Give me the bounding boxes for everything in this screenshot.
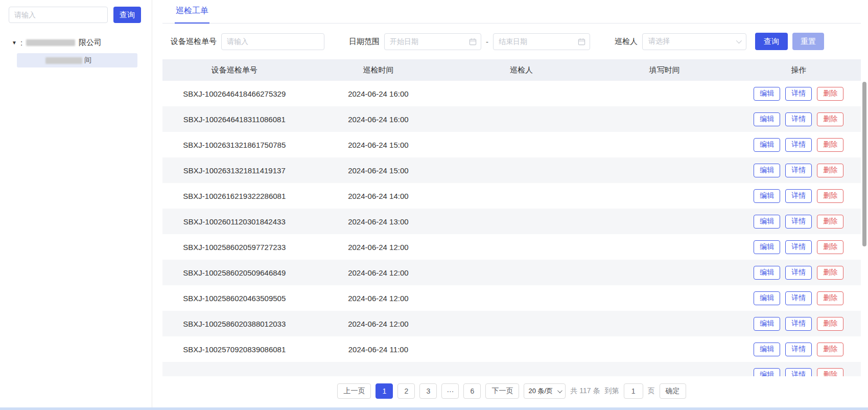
tree-child-node-selected[interactable]: 间 — [17, 53, 137, 67]
page-button-6[interactable]: 6 — [463, 383, 481, 399]
filter-search-button[interactable]: 查询 — [755, 33, 788, 50]
cell-inspect-time: 2024-06-24 14:00 — [307, 192, 451, 200]
delete-button[interactable]: 删除 — [817, 189, 843, 203]
table-row: SBXJ-10026464184662753292024-06-24 16:00… — [162, 81, 861, 106]
chevron-down-icon — [557, 388, 562, 393]
detail-button[interactable]: 详情 — [785, 164, 812, 177]
cell-order-no: SBXJ-1002586020463509505 — [162, 294, 307, 303]
vertical-scrollbar-thumb[interactable] — [862, 82, 866, 246]
edit-button[interactable]: 编辑 — [754, 138, 780, 152]
cell-order-no: SBXJ-1002646418466275329 — [162, 89, 307, 98]
cell-inspect-time: 2024-06-24 16:00 — [307, 115, 451, 124]
delete-button[interactable]: 删除 — [817, 291, 843, 305]
goto-page-input[interactable] — [624, 383, 643, 399]
detail-button[interactable]: 详情 — [785, 291, 812, 305]
main-content: 巡检工单 设备巡检单号 日期范围 - — [152, 0, 868, 410]
page-more-button[interactable]: ··· — [441, 383, 459, 399]
redacted-company-name — [26, 39, 75, 46]
delete-button[interactable]: 删除 — [817, 138, 843, 152]
bottom-accent-bar — [0, 407, 868, 410]
delete-button[interactable]: 删除 — [817, 266, 843, 280]
delete-button[interactable]: 删除 — [817, 87, 843, 101]
cell-inspect-time: 2024-06-24 11:00 — [307, 345, 451, 354]
detail-button[interactable]: 详情 — [785, 112, 812, 126]
cell-inspect-time: 2024-06-24 12:00 — [307, 268, 451, 277]
table-row: SBXJ-10025709208390860812024-06-24 11:00… — [162, 336, 861, 362]
table-row: SBXJ-10025860204635095052024-06-24 12:00… — [162, 285, 861, 311]
sidebar: 查询 ▼ : 限公司 间 — [0, 0, 152, 410]
delete-button[interactable]: 删除 — [817, 215, 843, 229]
table-row: SBXJ-10026313218114191372024-06-24 15:00… — [162, 157, 861, 183]
cell-order-no: SBXJ-1002631321811419137 — [162, 166, 307, 175]
edit-button[interactable]: 编辑 — [754, 164, 780, 177]
cell-inspect-time: 2024-06-24 12:00 — [307, 320, 451, 328]
detail-button[interactable]: 详情 — [785, 343, 812, 356]
edit-button[interactable]: 编辑 — [754, 291, 780, 305]
start-date-picker[interactable] — [384, 33, 481, 50]
cell-actions: 编辑详情删除 — [737, 215, 861, 229]
detail-button[interactable]: 详情 — [785, 368, 812, 377]
page-button-1[interactable]: 1 — [376, 383, 393, 399]
delete-button[interactable]: 删除 — [817, 343, 843, 356]
caret-down-icon[interactable]: ▼ — [12, 40, 17, 45]
detail-button[interactable]: 详情 — [785, 87, 812, 101]
tab-inspection-work-order[interactable]: 巡检工单 — [175, 6, 209, 24]
sidebar-search-bar: 查询 — [9, 7, 143, 23]
table-row: SBXJ-10025860203880120332024-06-24 12:00… — [162, 311, 861, 336]
cell-inspect-time: 2024-06-24 15:00 — [307, 141, 451, 149]
detail-button[interactable]: 详情 — [785, 189, 812, 203]
date-separator: - — [486, 37, 488, 46]
order-no-input[interactable] — [221, 33, 324, 50]
detail-button[interactable]: 详情 — [785, 240, 812, 254]
next-page-button[interactable]: 下一页 — [485, 383, 519, 399]
delete-button[interactable]: 删除 — [817, 240, 843, 254]
cell-order-no: SBXJ-1002586020388012033 — [162, 320, 307, 328]
col-actions: 操作 — [737, 65, 861, 75]
edit-button[interactable]: 编辑 — [754, 87, 780, 101]
detail-button[interactable]: 详情 — [785, 138, 812, 152]
page-button-2[interactable]: 2 — [397, 383, 415, 399]
detail-button[interactable]: 详情 — [785, 266, 812, 280]
detail-button[interactable]: 详情 — [785, 317, 812, 331]
table-row: SBXJ-10025860205096468492024-06-24 12:00… — [162, 260, 861, 285]
edit-button[interactable]: 编辑 — [754, 112, 780, 126]
start-date-input[interactable] — [384, 33, 481, 50]
cell-inspect-time: 2024-06-24 15:00 — [307, 166, 451, 175]
edit-button[interactable]: 编辑 — [754, 343, 780, 356]
redacted-room-name — [45, 57, 82, 64]
prev-page-button[interactable]: 上一页 — [337, 383, 371, 399]
edit-button[interactable]: 编辑 — [754, 317, 780, 331]
edit-button[interactable]: 编辑 — [754, 215, 780, 229]
end-date-input[interactable] — [493, 33, 590, 50]
delete-button[interactable]: 删除 — [817, 164, 843, 177]
table-row: SBXJ-10026162193222860812024-06-24 14:00… — [162, 183, 861, 209]
goto-confirm-button[interactable]: 确定 — [660, 383, 686, 399]
detail-button[interactable]: 详情 — [785, 215, 812, 229]
filter-reset-button[interactable]: 重置 — [792, 33, 824, 50]
pagination: 上一页 1 2 3 ··· 6 下一页 20 条/页 共 117 条 到第 页 … — [162, 383, 861, 399]
sidebar-search-button[interactable]: 查询 — [113, 7, 141, 23]
col-order-no: 设备巡检单号 — [162, 65, 307, 75]
edit-button[interactable]: 编辑 — [754, 189, 780, 203]
end-date-picker[interactable] — [493, 33, 590, 50]
edit-button[interactable]: 编辑 — [754, 240, 780, 254]
table-header: 设备巡检单号 巡检时间 巡检人 填写时间 操作 — [162, 59, 861, 81]
delete-button[interactable]: 删除 — [817, 317, 843, 331]
edit-button[interactable]: 编辑 — [754, 266, 780, 280]
edit-button[interactable]: 编辑 — [754, 368, 780, 377]
tree-root-node[interactable]: ▼ : 限公司 — [9, 36, 143, 49]
table-row: SBXJ-10026464183110860812024-06-24 16:00… — [162, 106, 861, 132]
tree-root-label: 限公司 — [79, 38, 102, 48]
tree-child-label: 间 — [84, 56, 91, 65]
cell-order-no: SBXJ-1002586020509646849 — [162, 268, 307, 277]
delete-button[interactable]: 删除 — [817, 368, 843, 377]
work-order-table: 设备巡检单号 巡检时间 巡检人 填写时间 操作 SBXJ-10026464184… — [162, 59, 861, 376]
cell-actions: 编辑详情删除 — [737, 291, 861, 305]
table-row: 编辑详情删除 — [162, 362, 861, 376]
inspector-select[interactable]: 请选择 — [642, 33, 746, 50]
page-size-select[interactable]: 20 条/页 — [524, 383, 566, 399]
cell-actions: 编辑详情删除 — [737, 240, 861, 254]
sidebar-search-input[interactable] — [9, 7, 108, 23]
delete-button[interactable]: 删除 — [817, 112, 843, 126]
page-button-3[interactable]: 3 — [419, 383, 437, 399]
